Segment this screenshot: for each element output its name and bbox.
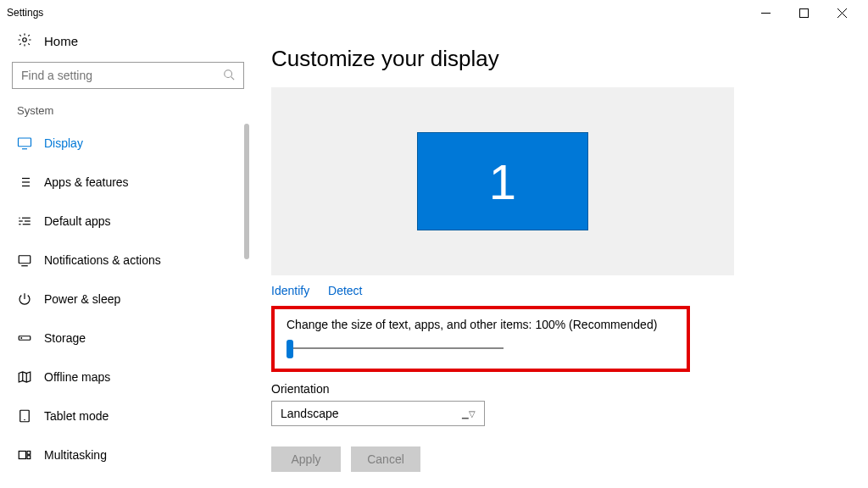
orientation-select[interactable]: Landscape ▁▽ xyxy=(271,401,485,426)
tablet-icon xyxy=(17,408,32,424)
page-heading: Customize your display xyxy=(271,46,858,72)
nav-list: Display Apps & features Default apps Not… xyxy=(5,124,251,474)
search-input[interactable] xyxy=(12,62,244,89)
svg-rect-21 xyxy=(19,256,31,263)
svg-rect-31 xyxy=(27,456,31,459)
cancel-button[interactable]: Cancel xyxy=(351,446,420,472)
svg-rect-29 xyxy=(19,452,25,459)
svg-rect-23 xyxy=(19,336,31,341)
gear-icon xyxy=(17,32,32,50)
svg-point-24 xyxy=(21,338,22,339)
scrollbar[interactable] xyxy=(244,124,249,488)
section-label: System xyxy=(5,104,251,124)
detect-link[interactable]: Detect xyxy=(328,284,362,297)
multitasking-icon xyxy=(17,447,32,463)
close-button[interactable] xyxy=(823,0,861,25)
chevron-down-icon: ▁▽ xyxy=(462,409,476,419)
svg-point-5 xyxy=(225,69,232,77)
nav-item-apps-features[interactable]: Apps & features xyxy=(5,163,251,202)
nav-label: Storage xyxy=(44,331,86,345)
home-button[interactable]: Home xyxy=(5,25,251,62)
orientation-value: Landscape xyxy=(281,407,339,420)
scrollbar-thumb[interactable] xyxy=(244,124,249,259)
svg-rect-7 xyxy=(19,138,31,147)
nav-label: Tablet mode xyxy=(44,409,108,423)
nav-item-display[interactable]: Display xyxy=(5,124,251,163)
nav-label: Multitasking xyxy=(44,448,107,462)
scale-label: Change the size of text, apps, and other… xyxy=(287,318,675,331)
search-field[interactable] xyxy=(21,69,223,82)
nav-item-multitasking[interactable]: Multitasking xyxy=(5,435,251,474)
list-icon xyxy=(17,175,32,190)
nav-item-offline-maps[interactable]: Offline maps xyxy=(5,358,251,396)
nav-item-default-apps[interactable]: Default apps xyxy=(5,202,251,241)
defaults-icon xyxy=(17,214,32,229)
orientation-label: Orientation xyxy=(271,382,858,396)
nav-label: Notifications & actions xyxy=(44,253,161,267)
apply-button[interactable]: Apply xyxy=(271,446,341,472)
search-icon xyxy=(223,69,235,83)
identify-link[interactable]: Identify xyxy=(271,284,309,297)
svg-line-6 xyxy=(231,76,235,80)
maximize-button[interactable] xyxy=(785,0,823,25)
slider-thumb[interactable] xyxy=(287,340,293,358)
titlebar: Settings xyxy=(0,0,868,25)
nav-label: Power & sleep xyxy=(44,292,120,306)
slider-track xyxy=(292,347,504,349)
svg-rect-1 xyxy=(800,8,809,17)
notifications-icon xyxy=(17,252,32,268)
scale-slider[interactable] xyxy=(287,340,504,357)
map-icon xyxy=(17,369,32,385)
nav-item-tablet-mode[interactable]: Tablet mode xyxy=(5,396,251,435)
nav-item-storage[interactable]: Storage xyxy=(5,319,251,358)
nav-label: Apps & features xyxy=(44,175,129,189)
monitor-1[interactable]: 1 xyxy=(417,132,588,230)
content-area: Customize your display 1 Identify Detect… xyxy=(251,25,868,488)
nav-label: Default apps xyxy=(44,214,111,228)
storage-icon xyxy=(17,330,32,346)
nav-item-notifications[interactable]: Notifications & actions xyxy=(5,241,251,280)
minimize-button[interactable] xyxy=(747,0,785,25)
svg-rect-30 xyxy=(27,452,31,455)
display-preview[interactable]: 1 xyxy=(271,87,734,275)
nav-label: Display xyxy=(44,136,83,150)
power-icon xyxy=(17,291,32,307)
nav-label: Offline maps xyxy=(44,370,110,384)
scale-section-highlight: Change the size of text, apps, and other… xyxy=(271,306,690,372)
window-title: Settings xyxy=(7,7,43,19)
home-label: Home xyxy=(44,34,78,48)
window-controls xyxy=(747,0,861,25)
svg-point-4 xyxy=(23,38,27,42)
nav-item-power-sleep[interactable]: Power & sleep xyxy=(5,280,251,319)
display-actions: Identify Detect xyxy=(271,284,858,297)
button-row: Apply Cancel xyxy=(271,446,858,472)
sidebar: Home System Display Apps & features xyxy=(0,25,251,488)
monitor-number: 1 xyxy=(489,153,516,210)
display-icon xyxy=(17,136,32,151)
